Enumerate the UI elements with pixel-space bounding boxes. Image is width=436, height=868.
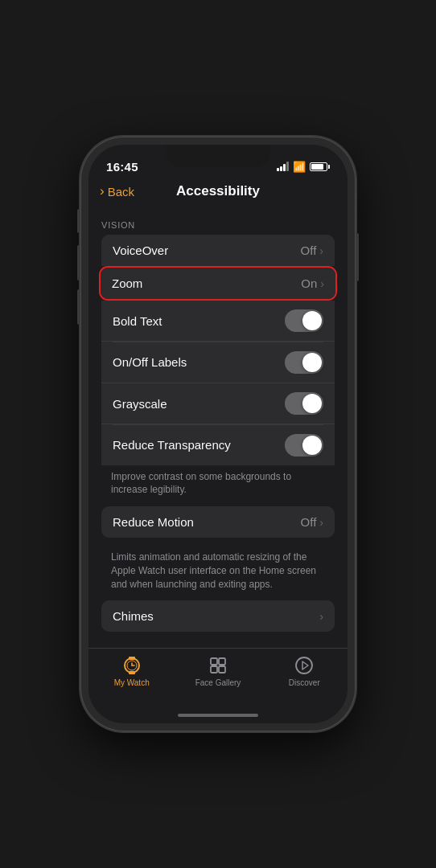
phone-frame: 16:45 📶 [80, 137, 356, 731]
grayscale-toggle[interactable] [285, 392, 323, 415]
discover-tab-label: Discover [289, 678, 320, 687]
zoom-label: Zoom [112, 276, 142, 290]
reduce-motion-note: Limits animation and automatic resizing … [88, 546, 348, 600]
section-header-vision: VISION [88, 206, 348, 235]
reduce-transparency-toggle-knob [302, 436, 322, 455]
chimes-chevron-icon: › [319, 610, 323, 623]
onoff-labels-row[interactable]: On/Off Labels [101, 342, 335, 383]
reduce-motion-row[interactable]: Reduce Motion Off › [101, 506, 335, 538]
tab-mywatch[interactable]: My Watch [88, 655, 175, 687]
back-text: Back [108, 185, 134, 199]
reduce-transparency-toggle[interactable] [285, 434, 323, 457]
zoom-highlighted-container: Zoom On › [99, 266, 337, 301]
svg-rect-8 [211, 666, 217, 673]
grayscale-toggle-knob [302, 394, 322, 413]
zoom-row[interactable]: Zoom On › [101, 268, 335, 299]
reduce-motion-label: Reduce Motion [113, 515, 194, 529]
reduce-transparency-label: Reduce Transparency [113, 438, 231, 452]
silent-switch [77, 209, 80, 233]
bold-text-toggle-knob [302, 311, 322, 330]
reduce-motion-value: Off › [301, 515, 323, 529]
svg-rect-9 [219, 666, 225, 673]
chimes-group: Chimes › [101, 600, 335, 632]
onoff-labels-toggle[interactable] [285, 351, 323, 374]
bold-text-row[interactable]: Bold Text [101, 301, 335, 342]
mywatch-icon [121, 655, 142, 676]
home-bar [178, 714, 258, 717]
volume-up-button [77, 245, 80, 280]
reduce-transparency-row[interactable]: Reduce Transparency [101, 425, 335, 465]
bold-text-label: Bold Text [113, 314, 162, 328]
voiceover-label: VoiceOver [113, 244, 168, 257]
facegallery-tab-label: Face Gallery [195, 678, 241, 687]
signal-icon [277, 162, 289, 171]
svg-rect-7 [219, 658, 225, 665]
vision-settings-group: VoiceOver Off › [101, 235, 335, 266]
voiceover-chevron-icon: › [319, 244, 323, 257]
back-button[interactable]: › Back Back [100, 183, 134, 199]
reduce-motion-chevron-icon: › [319, 516, 323, 529]
reduce-motion-group: Reduce Motion Off › [101, 506, 335, 538]
svg-point-10 [296, 657, 312, 674]
screen-content: › Back Back Accessibility VISION VoiceOv… [88, 180, 348, 723]
notch [166, 145, 270, 167]
facegallery-icon [208, 655, 228, 676]
home-indicator [88, 707, 348, 723]
status-icons: 📶 [277, 161, 330, 173]
onoff-labels-toggle-knob [302, 353, 322, 372]
zoom-value: On › [301, 276, 324, 290]
chimes-value: › [319, 610, 323, 623]
tab-bar: My Watch Face Gallery [88, 648, 348, 707]
power-button [356, 233, 359, 281]
section-header-motor: MOTOR [88, 640, 348, 648]
page-title: Accessibility [176, 183, 260, 199]
volume-down-button [77, 289, 80, 325]
zoom-chevron-icon: › [320, 277, 324, 290]
bold-text-toggle[interactable] [285, 309, 323, 332]
voiceover-value: Off › [301, 244, 323, 257]
tab-facegallery[interactable]: Face Gallery [175, 655, 261, 687]
reduce-transparency-note: Improve contrast on some backgrounds to … [88, 465, 348, 507]
mywatch-icon-svg [121, 655, 142, 676]
svg-marker-11 [302, 661, 308, 669]
battery-icon [310, 162, 330, 171]
tab-discover[interactable]: Discover [261, 655, 348, 687]
back-chevron-icon: › [100, 183, 105, 199]
settings-content: VISION VoiceOver Off › [88, 206, 348, 648]
chimes-label: Chimes [113, 609, 154, 623]
wifi-icon: 📶 [293, 161, 306, 173]
mywatch-tab-label: My Watch [114, 678, 150, 687]
svg-rect-6 [211, 658, 217, 665]
discover-icon-svg [294, 655, 315, 676]
status-time: 16:45 [106, 160, 138, 174]
facegallery-icon-svg [208, 655, 228, 676]
grayscale-label: Grayscale [113, 397, 167, 411]
zoom-highlight-border: Zoom On › [99, 266, 337, 301]
phone-screen: 16:45 📶 [88, 145, 348, 723]
discover-icon [294, 655, 315, 676]
chimes-row[interactable]: Chimes › [101, 600, 335, 632]
grayscale-row[interactable]: Grayscale [101, 383, 335, 424]
voiceover-row[interactable]: VoiceOver Off › [101, 235, 335, 266]
nav-bar: › Back Back Accessibility [88, 180, 348, 206]
onoff-labels-label: On/Off Labels [113, 355, 187, 369]
